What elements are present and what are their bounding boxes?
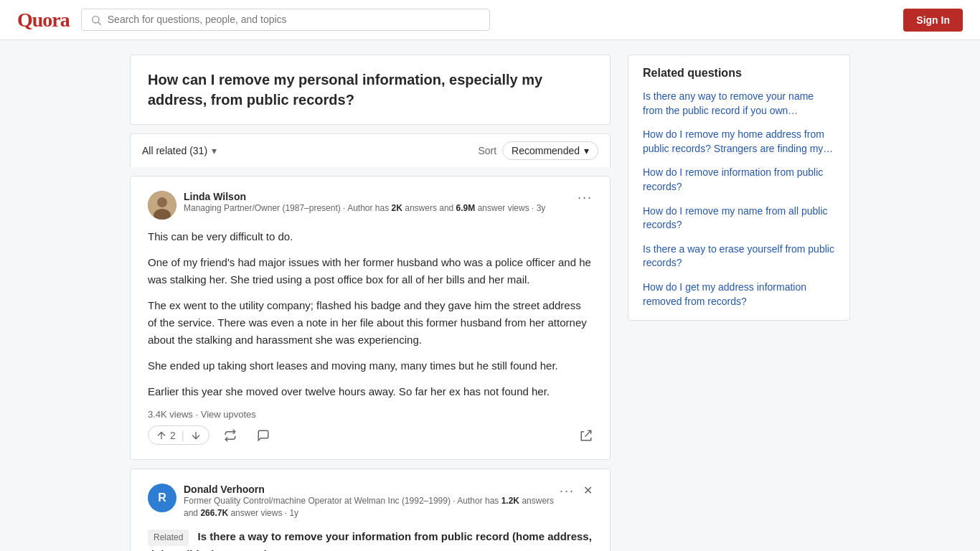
author-name: Donald Verhoorn [184, 484, 560, 495]
related-question-link[interactable]: How do I remove my home address from pub… [643, 128, 835, 156]
logo: Quora [17, 9, 70, 32]
answer-card: Linda Wilson Managing Partner/Owner (198… [130, 176, 611, 460]
answer-text: Related Is there a way to remove your in… [148, 528, 593, 551]
reshare-button[interactable] [218, 426, 242, 445]
related-question-link[interactable]: How do I remove my name from all public … [643, 204, 835, 232]
svg-point-0 [92, 17, 98, 23]
avatar-image [148, 191, 176, 220]
view-upvotes-link[interactable]: View upvotes [201, 409, 256, 420]
answer-paragraph: One of my friend's had major issues with… [148, 254, 593, 288]
related-question-link[interactable]: How do I remove information from public … [643, 166, 835, 194]
downvote-button[interactable] [190, 430, 202, 441]
related-tag: Related [148, 529, 189, 546]
comment-button[interactable] [251, 426, 275, 445]
answer-stats: 3.4K views · View upvotes [148, 409, 593, 420]
author-name: Linda Wilson [184, 191, 545, 202]
share-button[interactable] [580, 428, 593, 442]
upvote-count: 2 [170, 430, 176, 441]
related-question-text: Is there a way to remove your informatio… [148, 530, 592, 551]
answer-paragraph: This can be very difficult to do. [148, 228, 593, 245]
avatar-letter: R [158, 491, 166, 504]
more-options-icon[interactable]: ··· [560, 484, 575, 497]
answer-paragraph: She ended up taking short leases and mov… [148, 357, 593, 375]
header: Quora Sign In [0, 0, 980, 40]
author-meta: Former Quality Control/machine Operator … [184, 495, 560, 519]
answers-header: All related (31) ▾ Sort Recommended ▾ [130, 133, 611, 167]
recommended-label: Recommended [512, 145, 580, 156]
author-info: Linda Wilson Managing Partner/Owner (198… [148, 191, 545, 220]
answer-header: Linda Wilson Managing Partner/Owner (198… [148, 191, 593, 220]
author-meta: Managing Partner/Owner (1987–present) · … [184, 202, 545, 215]
svg-point-3 [157, 197, 167, 207]
answer-paragraph: The ex went to the utility company; flas… [148, 297, 593, 349]
action-bar: 2 | [148, 425, 593, 445]
answer-header: R Donald Verhoorn Former Quality Control… [148, 484, 593, 519]
author-details: Donald Verhoorn Former Quality Control/m… [184, 484, 560, 519]
question-title: How can I remove my personal information… [148, 70, 593, 110]
svg-line-5 [585, 430, 591, 436]
avatar [148, 191, 176, 220]
share-icon [580, 429, 593, 442]
answer-card: R Donald Verhoorn Former Quality Control… [130, 468, 611, 551]
upvote-icon [156, 430, 167, 441]
question-card: How can I remove my personal information… [130, 55, 611, 125]
answer-paragraph: Earlier this year she moved over twelve … [148, 383, 593, 400]
search-input[interactable] [108, 14, 481, 25]
all-related-label: All related (31) [142, 145, 207, 156]
sort-label: Sort [478, 145, 496, 156]
page-layout: How can I remove my personal information… [60, 40, 920, 551]
author-details: Linda Wilson Managing Partner/Owner (198… [184, 191, 545, 215]
answer-actions-top: ··· ✕ [560, 484, 593, 497]
svg-line-1 [98, 22, 101, 25]
related-question-label: Related Is there a way to remove your in… [148, 528, 593, 551]
vote-group: 2 | [148, 425, 209, 445]
close-icon[interactable]: ✕ [583, 484, 593, 497]
related-question-link[interactable]: Is there a way to erase yourself from pu… [643, 242, 835, 270]
all-related-dropdown[interactable]: All related (31) ▾ [142, 145, 217, 156]
more-options-icon[interactable]: ··· [578, 191, 593, 204]
avatar: R [148, 484, 176, 512]
related-question-link[interactable]: Is there any way to remove your name fro… [643, 90, 835, 118]
chevron-down-icon: ▾ [212, 145, 217, 156]
answer-actions-top: ··· [578, 191, 593, 204]
downvote-icon [190, 430, 202, 441]
action-left: 2 | [148, 425, 275, 445]
reshare-icon [224, 429, 237, 442]
related-questions-card: Related questions Is there any way to re… [628, 55, 850, 321]
upvote-button[interactable]: 2 [156, 430, 176, 441]
related-question-link[interactable]: How do I get my address information remo… [643, 281, 835, 309]
search-bar[interactable] [81, 9, 490, 31]
main-content: How can I remove my personal information… [130, 55, 611, 551]
sidebar: Related questions Is there any way to re… [628, 55, 850, 551]
comment-icon [257, 429, 270, 442]
search-icon [90, 14, 102, 26]
author-info: R Donald Verhoorn Former Quality Control… [148, 484, 560, 519]
chevron-down-icon: ▾ [584, 145, 589, 156]
sign-in-button[interactable]: Sign In [903, 9, 963, 32]
sort-container: Sort Recommended ▾ [478, 141, 598, 160]
sort-dropdown[interactable]: Recommended ▾ [502, 141, 598, 160]
sidebar-title: Related questions [643, 67, 835, 80]
answer-text: This can be very difficult to do. One of… [148, 228, 593, 400]
